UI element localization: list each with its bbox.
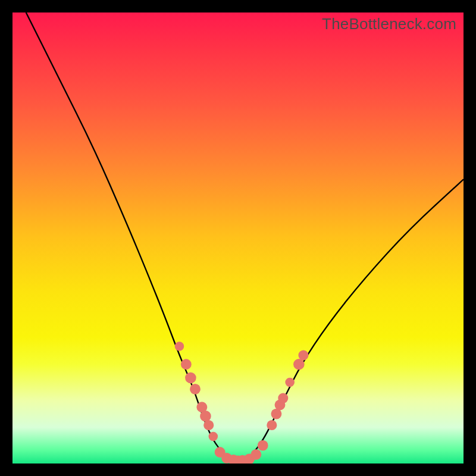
highlight-dot — [203, 420, 214, 430]
bottleneck-chart — [12, 12, 464, 464]
highlight-dot — [190, 384, 201, 394]
highlight-dot — [285, 378, 295, 387]
highlight-dot — [298, 350, 308, 361]
highlight-dot — [250, 449, 261, 460]
highlight-dot — [200, 411, 211, 422]
highlight-dot — [209, 432, 218, 441]
highlight-dot — [181, 359, 192, 369]
highlight-dot — [278, 393, 288, 403]
highlight-dot — [293, 359, 305, 370]
highlight-dot — [267, 420, 277, 430]
highlight-dot — [185, 372, 196, 384]
curve-line — [26, 12, 464, 461]
chart-plot-area: TheBottleneck.com — [12, 12, 464, 464]
highlight-dot — [175, 342, 184, 351]
highlight-dot — [258, 440, 268, 451]
